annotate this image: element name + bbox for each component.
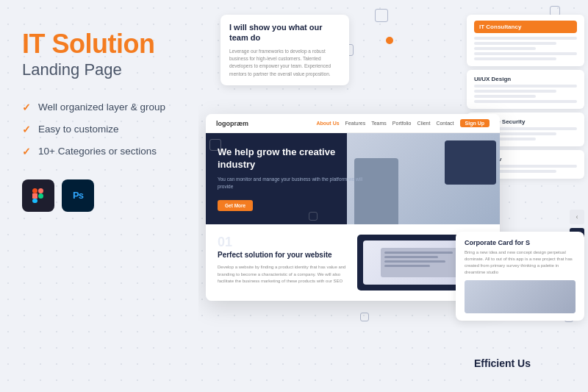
hero-tablet-image	[445, 140, 496, 185]
orange-dot	[386, 37, 393, 44]
hero-deco-sq-2	[309, 212, 318, 221]
figma-icon	[22, 179, 54, 212]
svg-rect-2	[32, 199, 37, 203]
float-text-card: I will show you what our team do Leverag…	[220, 15, 349, 85]
prev-arrow-button[interactable]: ‹	[570, 210, 584, 224]
feature-item-2: ✓ Easy to customize	[22, 124, 213, 135]
check-icon-2: ✓	[22, 124, 31, 135]
nav-logo: logopræm	[216, 120, 248, 127]
svg-rect-1	[32, 193, 37, 199]
feature-item-3: ✓ 10+ Categories or sections	[22, 146, 213, 157]
mockup-hero: We help grow the creative industry You c…	[206, 133, 500, 224]
hero-cta-button[interactable]: Get More	[218, 200, 253, 211]
svg-rect-0	[32, 188, 37, 193]
photoshop-icon: Ps	[62, 179, 94, 212]
efficient-us-section: Efficient Us	[474, 357, 584, 370]
nav-link-about: About Us	[316, 121, 339, 126]
ux-design-card: UI/UX Design	[467, 70, 584, 109]
feature-item-1: ✓ Well organized layer & group	[22, 101, 213, 113]
nav-links: About Us Features Teams Portfolio Client…	[316, 121, 453, 126]
nav-link-contact: Contact	[436, 121, 453, 126]
tool-icons: Ps	[22, 179, 213, 212]
card-lines	[474, 37, 577, 60]
feature-list: ✓ Well organized layer & group ✓ Easy to…	[22, 101, 213, 157]
page-title: IT Solution Landing Page	[22, 29, 213, 79]
hero-content: We help grow the creative industry You c…	[218, 146, 366, 211]
deco-square-1	[375, 9, 388, 22]
corporate-card-image	[465, 280, 576, 313]
nav-link-client: Client	[417, 121, 431, 126]
left-panel: IT Solution Landing Page ✓ Well organize…	[22, 29, 213, 212]
svg-rect-3	[38, 188, 43, 193]
nav-link-features: Features	[345, 121, 366, 126]
right-panel: I will show you what our team do Leverag…	[198, 0, 588, 392]
nav-link-teams: Teams	[371, 121, 387, 126]
nav-link-portfolio: Portfolio	[392, 121, 412, 126]
hero-image	[347, 133, 500, 224]
mockup-navbar: logopræm About Us Features Teams Portfol…	[206, 114, 500, 133]
check-icon-1: ✓	[22, 101, 31, 113]
it-consultancy-card: IT Consultancy	[467, 15, 584, 66]
svg-point-4	[38, 193, 43, 199]
check-icon-3: ✓	[22, 146, 31, 157]
deco-square-5	[360, 313, 369, 321]
corporate-card: Corporate Card for S Bring a new idea an…	[456, 232, 584, 321]
nav-cta-button[interactable]: Sign Up	[460, 119, 490, 127]
section2-left: 01 Perfect solution for your website Dev…	[218, 235, 348, 291]
